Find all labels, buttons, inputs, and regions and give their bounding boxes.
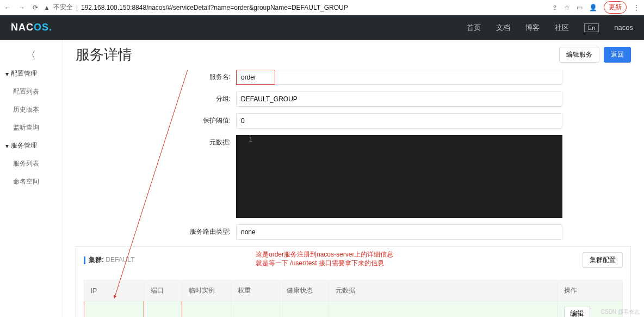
browser-right-icons: ⇪ ☆ ▭ 👤 更新 ⋮ bbox=[552, 1, 640, 14]
address-bar[interactable]: ▲ 不安全 | 192.168.100.150:8848/nacos/#/ser… bbox=[44, 3, 547, 12]
header-nav: 首页 文档 博客 社区 En nacos bbox=[467, 23, 633, 33]
watermark: CSDN @毛奇志 bbox=[601, 308, 640, 316]
table-row: 192.168.75.1 9090 true 1 true preserved.… bbox=[84, 301, 623, 318]
col-weight: 权重 bbox=[231, 281, 280, 301]
star-icon[interactable]: ☆ bbox=[564, 4, 570, 11]
browser-toolbar: ← → ⟳ ▲ 不安全 | 192.168.100.150:8848/nacos… bbox=[0, 0, 644, 15]
input-route[interactable] bbox=[236, 224, 562, 240]
nav-lang[interactable]: En bbox=[584, 23, 599, 32]
logo[interactable]: NACOS. bbox=[11, 22, 52, 33]
row-edit-button[interactable]: 编辑 bbox=[564, 307, 590, 317]
nav-community[interactable]: 社区 bbox=[555, 23, 569, 33]
cluster-bar-icon bbox=[84, 257, 85, 264]
label-route: 服务路由类型: bbox=[76, 224, 236, 240]
input-group[interactable] bbox=[236, 92, 562, 107]
nav-arrows: ← → ⟳ bbox=[4, 4, 38, 11]
caret-down-icon: ▾ bbox=[5, 70, 9, 78]
col-port: 端口 bbox=[144, 281, 182, 301]
menu-icon[interactable]: ⋮ bbox=[633, 4, 640, 11]
cell-weight: 1 bbox=[231, 301, 280, 318]
sidebar-section-service[interactable]: ▾服务管理 bbox=[0, 137, 62, 155]
label-protect: 保护阈值: bbox=[76, 113, 236, 129]
cell-metadata: preserved.register.source=SPRING_CLOUD bbox=[329, 301, 558, 318]
col-ephemeral: 临时实例 bbox=[182, 281, 231, 301]
nav-home[interactable]: 首页 bbox=[467, 23, 481, 33]
window-icon[interactable]: ▭ bbox=[577, 4, 583, 11]
update-button[interactable]: 更新 bbox=[604, 1, 627, 14]
cell-port: 9090 bbox=[144, 301, 182, 318]
sidebar-item-config-list[interactable]: 配置列表 bbox=[0, 83, 62, 101]
share-icon[interactable]: ⇪ bbox=[552, 4, 558, 11]
cell-ephemeral: true bbox=[182, 301, 231, 318]
sidebar-item-namespace[interactable]: 命名空间 bbox=[0, 173, 62, 191]
col-metadata: 元数据 bbox=[329, 281, 558, 301]
col-ip: IP bbox=[84, 281, 144, 301]
back-icon[interactable]: ← bbox=[4, 4, 11, 11]
sidebar-item-service-list[interactable]: 服务列表 bbox=[0, 155, 62, 173]
cluster-panel: 集群: DEFAULT 集群配置 这是order服务注册到nacos-serve… bbox=[76, 246, 631, 317]
edit-service-button[interactable]: 编辑服务 bbox=[559, 47, 599, 63]
insecure-label: 不安全 bbox=[53, 3, 73, 12]
label-service-name: 服务名: bbox=[76, 70, 236, 85]
cell-ip: 192.168.75.1 bbox=[84, 301, 144, 318]
url-text: 192.168.100.150:8848/nacos/#/serviceDeta… bbox=[81, 4, 348, 11]
sidebar-back-icon[interactable]: 〈 bbox=[0, 45, 62, 65]
col-ops: 操作 bbox=[558, 281, 623, 301]
sidebar-item-history[interactable]: 历史版本 bbox=[0, 101, 62, 119]
nav-blog[interactable]: 博客 bbox=[525, 23, 540, 33]
instance-table: IP 端口 临时实例 权重 健康状态 元数据 操作 192.168.75.1 9… bbox=[84, 280, 623, 317]
sidebar-item-listen[interactable]: 监听查询 bbox=[0, 119, 62, 137]
cell-healthy: true bbox=[280, 301, 329, 318]
col-healthy: 健康状态 bbox=[280, 281, 329, 301]
sidebar: 〈 ▾配置管理 配置列表 历史版本 监听查询 ▾服务管理 服务列表 命名空间 bbox=[0, 40, 63, 317]
forward-icon[interactable]: → bbox=[18, 4, 25, 11]
page-title: 服务详情 bbox=[76, 45, 132, 64]
cluster-title: 集群: DEFAULT bbox=[89, 255, 134, 265]
cluster-config-button[interactable]: 集群配置 bbox=[583, 252, 623, 268]
input-protect[interactable] bbox=[236, 113, 562, 129]
nav-docs[interactable]: 文档 bbox=[496, 23, 510, 33]
label-metadata: 元数据: bbox=[76, 135, 236, 218]
main-content: 服务详情 编辑服务 返回 服务名: 分组: 保护阈值: 元数据: 1 服务 bbox=[63, 40, 644, 317]
reload-icon[interactable]: ⟳ bbox=[33, 4, 38, 11]
back-button[interactable]: 返回 bbox=[604, 47, 631, 63]
profile-icon[interactable]: 👤 bbox=[589, 4, 597, 11]
warning-icon: ▲ bbox=[44, 4, 50, 11]
input-service-name[interactable] bbox=[236, 70, 562, 85]
app-header: NACOS. 首页 文档 博客 社区 En nacos bbox=[0, 15, 644, 40]
metadata-editor[interactable]: 1 bbox=[236, 135, 562, 218]
nav-user[interactable]: nacos bbox=[614, 23, 633, 32]
caret-down-icon: ▾ bbox=[5, 142, 9, 150]
label-group: 分组: bbox=[76, 92, 236, 107]
sidebar-section-config[interactable]: ▾配置管理 bbox=[0, 65, 62, 83]
annotation-text: 这是order服务注册到nacos-server上的详细信息 就是等一下 /us… bbox=[256, 250, 393, 267]
